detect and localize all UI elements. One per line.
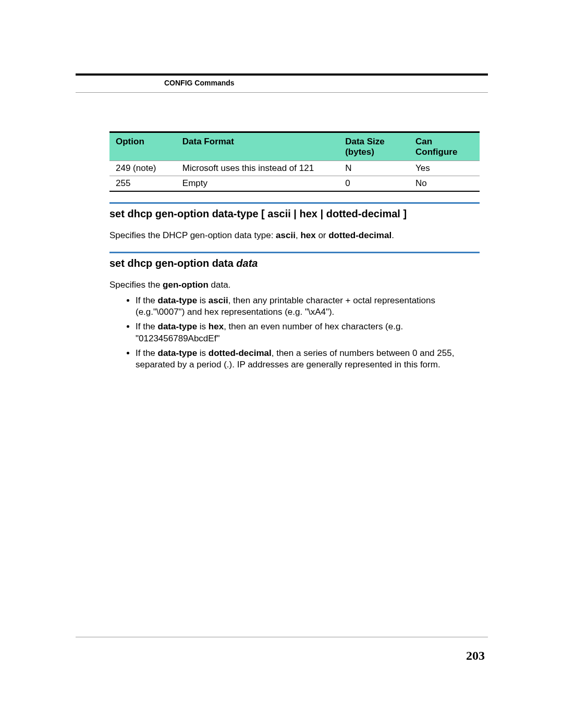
paragraph: Specifies the DHCP gen-option data type:…	[109, 230, 480, 241]
bold-text: hex	[300, 230, 315, 240]
section-body: Specifies the gen-option data. If the da…	[109, 279, 480, 371]
text: .	[391, 230, 394, 240]
section-rule	[109, 202, 480, 204]
table-row: 249 (note) Microsoft uses this instead o…	[109, 161, 480, 176]
section-rule	[109, 252, 480, 253]
section-title: set dhcp gen-option data data	[109, 257, 480, 270]
cell-configure: Yes	[409, 161, 480, 176]
title-italic: data	[236, 257, 258, 269]
footer-rule	[76, 637, 488, 637]
bold-text: data-type	[158, 348, 198, 358]
bold-text: gen-option	[163, 280, 209, 290]
cell-format: Microsoft uses this instead of 121	[176, 161, 339, 176]
section-data: set dhcp gen-option data data Specifies …	[109, 252, 480, 371]
content-area: Option Data Format Data Size (bytes) Can…	[109, 131, 480, 374]
text: is	[197, 348, 209, 358]
running-header: CONFIG Commands	[164, 79, 235, 87]
th-size: Data Size (bytes)	[339, 132, 409, 161]
header-underline	[76, 92, 488, 93]
page-number: 203	[466, 649, 485, 663]
table-row: 255 Empty 0 No	[109, 176, 480, 192]
section-title: set dhcp gen-option data-type [ ascii | …	[109, 207, 480, 220]
bullet-list: If the data-type is ascii, then any prin…	[109, 295, 480, 371]
text: or	[316, 230, 329, 240]
bold-text: data-type	[158, 295, 198, 305]
th-format: Data Format	[176, 132, 339, 161]
list-item: If the data-type is ascii, then any prin…	[136, 295, 480, 318]
cell-size: N	[339, 161, 409, 176]
cell-format: Empty	[176, 176, 339, 192]
bold-text: ascii	[209, 295, 228, 305]
cell-size: 0	[339, 176, 409, 192]
cell-option: 255	[109, 176, 176, 192]
th-option: Option	[109, 132, 176, 161]
text: is	[197, 322, 209, 331]
bold-text: dotted-decimal	[209, 348, 272, 358]
bold-text: ascii	[276, 230, 296, 240]
top-rule	[76, 73, 488, 76]
page: CONFIG Commands Option Data Format Data …	[0, 0, 563, 728]
section-data-type: set dhcp gen-option data-type [ ascii | …	[109, 202, 480, 241]
title-plain: set dhcp gen-option data	[109, 257, 236, 269]
text: If the	[136, 322, 158, 331]
text: Specifies the DHCP gen-option data type:	[109, 230, 276, 240]
cell-configure: No	[409, 176, 480, 192]
text: is	[197, 295, 209, 305]
text: If the	[136, 348, 158, 358]
options-table: Option Data Format Data Size (bytes) Can…	[109, 131, 480, 192]
text: data.	[209, 280, 231, 290]
list-item: If the data-type is hex, then an even nu…	[136, 321, 480, 344]
bold-text: hex	[209, 322, 224, 331]
text: Specifies the	[109, 280, 163, 290]
section-body: Specifies the DHCP gen-option data type:…	[109, 230, 480, 241]
text: ,	[296, 230, 300, 240]
th-configure: Can Configure	[409, 132, 480, 161]
table-header-row: Option Data Format Data Size (bytes) Can…	[109, 132, 480, 161]
paragraph: Specifies the gen-option data.	[109, 279, 480, 291]
bold-text: dotted-decimal	[328, 230, 391, 240]
list-item: If the data-type is dotted-decimal, then…	[136, 348, 480, 371]
text: If the	[136, 295, 158, 305]
cell-option: 249 (note)	[109, 161, 176, 176]
bold-text: data-type	[158, 322, 198, 331]
